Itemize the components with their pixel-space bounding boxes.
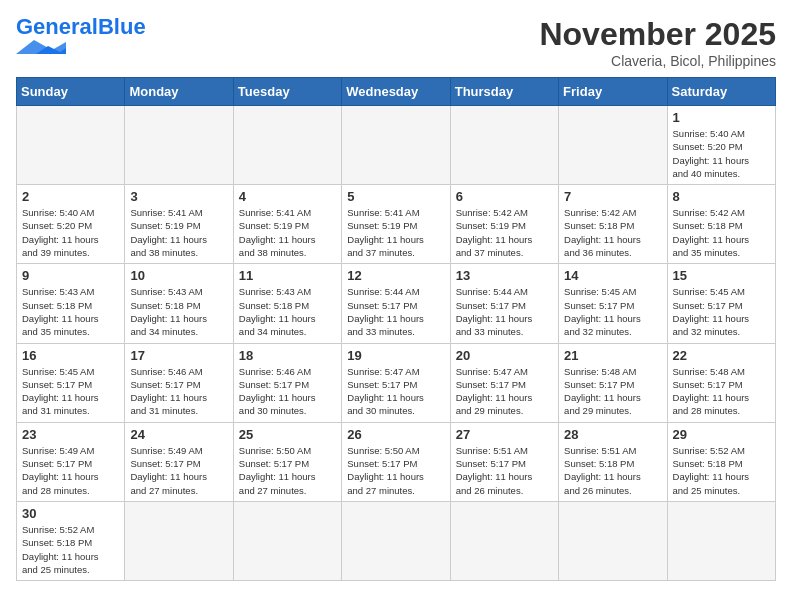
day-number: 7: [564, 189, 661, 204]
calendar-cell: 8Sunrise: 5:42 AM Sunset: 5:18 PM Daylig…: [667, 185, 775, 264]
day-number: 20: [456, 348, 553, 363]
day-number: 12: [347, 268, 444, 283]
day-number: 2: [22, 189, 119, 204]
calendar-cell: [17, 106, 125, 185]
weekday-header-saturday: Saturday: [667, 78, 775, 106]
calendar-cell: 28Sunrise: 5:51 AM Sunset: 5:18 PM Dayli…: [559, 422, 667, 501]
day-number: 16: [22, 348, 119, 363]
logo-icon: [16, 40, 66, 54]
day-info: Sunrise: 5:42 AM Sunset: 5:18 PM Dayligh…: [564, 206, 661, 259]
calendar-cell: 14Sunrise: 5:45 AM Sunset: 5:17 PM Dayli…: [559, 264, 667, 343]
calendar-cell: 29Sunrise: 5:52 AM Sunset: 5:18 PM Dayli…: [667, 422, 775, 501]
day-info: Sunrise: 5:51 AM Sunset: 5:17 PM Dayligh…: [456, 444, 553, 497]
day-number: 9: [22, 268, 119, 283]
calendar-cell: 16Sunrise: 5:45 AM Sunset: 5:17 PM Dayli…: [17, 343, 125, 422]
weekday-header-sunday: Sunday: [17, 78, 125, 106]
week-row-0: 1Sunrise: 5:40 AM Sunset: 5:20 PM Daylig…: [17, 106, 776, 185]
calendar-cell: 9Sunrise: 5:43 AM Sunset: 5:18 PM Daylig…: [17, 264, 125, 343]
day-number: 10: [130, 268, 227, 283]
day-info: Sunrise: 5:46 AM Sunset: 5:17 PM Dayligh…: [239, 365, 336, 418]
logo-text: GeneralBlue: [16, 16, 146, 38]
day-info: Sunrise: 5:44 AM Sunset: 5:17 PM Dayligh…: [347, 285, 444, 338]
weekday-header-friday: Friday: [559, 78, 667, 106]
day-info: Sunrise: 5:45 AM Sunset: 5:17 PM Dayligh…: [564, 285, 661, 338]
calendar-table: SundayMondayTuesdayWednesdayThursdayFrid…: [16, 77, 776, 581]
calendar-cell: [559, 106, 667, 185]
day-info: Sunrise: 5:48 AM Sunset: 5:17 PM Dayligh…: [673, 365, 770, 418]
weekday-header-wednesday: Wednesday: [342, 78, 450, 106]
calendar-cell: 30Sunrise: 5:52 AM Sunset: 5:18 PM Dayli…: [17, 501, 125, 580]
day-number: 6: [456, 189, 553, 204]
day-info: Sunrise: 5:40 AM Sunset: 5:20 PM Dayligh…: [673, 127, 770, 180]
calendar-cell: [450, 106, 558, 185]
week-row-3: 16Sunrise: 5:45 AM Sunset: 5:17 PM Dayli…: [17, 343, 776, 422]
day-number: 30: [22, 506, 119, 521]
calendar-cell: 18Sunrise: 5:46 AM Sunset: 5:17 PM Dayli…: [233, 343, 341, 422]
calendar-cell: 23Sunrise: 5:49 AM Sunset: 5:17 PM Dayli…: [17, 422, 125, 501]
week-row-2: 9Sunrise: 5:43 AM Sunset: 5:18 PM Daylig…: [17, 264, 776, 343]
day-number: 24: [130, 427, 227, 442]
day-info: Sunrise: 5:45 AM Sunset: 5:17 PM Dayligh…: [673, 285, 770, 338]
calendar-cell: 26Sunrise: 5:50 AM Sunset: 5:17 PM Dayli…: [342, 422, 450, 501]
calendar-cell: 5Sunrise: 5:41 AM Sunset: 5:19 PM Daylig…: [342, 185, 450, 264]
calendar-cell: 6Sunrise: 5:42 AM Sunset: 5:19 PM Daylig…: [450, 185, 558, 264]
day-number: 26: [347, 427, 444, 442]
calendar-cell: 12Sunrise: 5:44 AM Sunset: 5:17 PM Dayli…: [342, 264, 450, 343]
calendar-cell: [342, 106, 450, 185]
day-number: 18: [239, 348, 336, 363]
calendar-cell: [125, 106, 233, 185]
day-number: 11: [239, 268, 336, 283]
day-number: 8: [673, 189, 770, 204]
month-title: November 2025: [539, 16, 776, 53]
weekday-header-monday: Monday: [125, 78, 233, 106]
day-info: Sunrise: 5:41 AM Sunset: 5:19 PM Dayligh…: [347, 206, 444, 259]
day-number: 25: [239, 427, 336, 442]
day-info: Sunrise: 5:42 AM Sunset: 5:19 PM Dayligh…: [456, 206, 553, 259]
day-number: 27: [456, 427, 553, 442]
calendar-cell: 21Sunrise: 5:48 AM Sunset: 5:17 PM Dayli…: [559, 343, 667, 422]
day-number: 4: [239, 189, 336, 204]
day-info: Sunrise: 5:52 AM Sunset: 5:18 PM Dayligh…: [673, 444, 770, 497]
day-info: Sunrise: 5:43 AM Sunset: 5:18 PM Dayligh…: [239, 285, 336, 338]
subtitle: Claveria, Bicol, Philippines: [539, 53, 776, 69]
calendar-cell: 7Sunrise: 5:42 AM Sunset: 5:18 PM Daylig…: [559, 185, 667, 264]
day-info: Sunrise: 5:45 AM Sunset: 5:17 PM Dayligh…: [22, 365, 119, 418]
title-section: November 2025 Claveria, Bicol, Philippin…: [539, 16, 776, 69]
calendar-cell: 13Sunrise: 5:44 AM Sunset: 5:17 PM Dayli…: [450, 264, 558, 343]
day-info: Sunrise: 5:40 AM Sunset: 5:20 PM Dayligh…: [22, 206, 119, 259]
day-number: 13: [456, 268, 553, 283]
calendar-cell: 3Sunrise: 5:41 AM Sunset: 5:19 PM Daylig…: [125, 185, 233, 264]
calendar-cell: [667, 501, 775, 580]
day-info: Sunrise: 5:50 AM Sunset: 5:17 PM Dayligh…: [347, 444, 444, 497]
day-number: 17: [130, 348, 227, 363]
weekday-header-thursday: Thursday: [450, 78, 558, 106]
week-row-4: 23Sunrise: 5:49 AM Sunset: 5:17 PM Dayli…: [17, 422, 776, 501]
day-number: 14: [564, 268, 661, 283]
day-number: 3: [130, 189, 227, 204]
weekday-header-row: SundayMondayTuesdayWednesdayThursdayFrid…: [17, 78, 776, 106]
calendar-cell: [233, 106, 341, 185]
logo-blue: Blue: [98, 14, 146, 39]
day-info: Sunrise: 5:49 AM Sunset: 5:17 PM Dayligh…: [22, 444, 119, 497]
header: GeneralBlue November 2025 Claveria, Bico…: [16, 16, 776, 69]
day-info: Sunrise: 5:46 AM Sunset: 5:17 PM Dayligh…: [130, 365, 227, 418]
calendar-cell: 22Sunrise: 5:48 AM Sunset: 5:17 PM Dayli…: [667, 343, 775, 422]
calendar-cell: 2Sunrise: 5:40 AM Sunset: 5:20 PM Daylig…: [17, 185, 125, 264]
day-number: 19: [347, 348, 444, 363]
day-info: Sunrise: 5:41 AM Sunset: 5:19 PM Dayligh…: [130, 206, 227, 259]
weekday-header-tuesday: Tuesday: [233, 78, 341, 106]
calendar-cell: 11Sunrise: 5:43 AM Sunset: 5:18 PM Dayli…: [233, 264, 341, 343]
day-number: 15: [673, 268, 770, 283]
day-number: 1: [673, 110, 770, 125]
logo-general: General: [16, 14, 98, 39]
week-row-5: 30Sunrise: 5:52 AM Sunset: 5:18 PM Dayli…: [17, 501, 776, 580]
day-info: Sunrise: 5:51 AM Sunset: 5:18 PM Dayligh…: [564, 444, 661, 497]
calendar-cell: 4Sunrise: 5:41 AM Sunset: 5:19 PM Daylig…: [233, 185, 341, 264]
day-number: 28: [564, 427, 661, 442]
day-info: Sunrise: 5:41 AM Sunset: 5:19 PM Dayligh…: [239, 206, 336, 259]
calendar-cell: 20Sunrise: 5:47 AM Sunset: 5:17 PM Dayli…: [450, 343, 558, 422]
calendar-cell: 19Sunrise: 5:47 AM Sunset: 5:17 PM Dayli…: [342, 343, 450, 422]
calendar-cell: [125, 501, 233, 580]
day-info: Sunrise: 5:44 AM Sunset: 5:17 PM Dayligh…: [456, 285, 553, 338]
day-number: 5: [347, 189, 444, 204]
